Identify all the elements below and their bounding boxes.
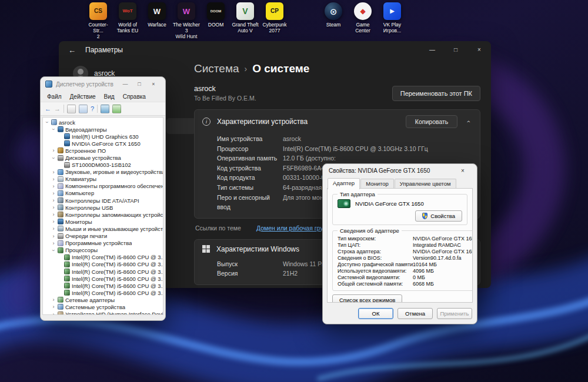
back-icon[interactable]: ← (68, 46, 76, 55)
back-icon[interactable]: ← (45, 106, 51, 112)
dm-minimize-button[interactable]: — (118, 78, 132, 90)
list-all-modes-button[interactable]: Список всех режимов (332, 294, 402, 303)
expand-icon[interactable]: › (51, 176, 56, 182)
steam-glyph: ⊙ (330, 7, 338, 16)
expand-icon[interactable]: › (51, 304, 56, 310)
desktop-icon-game-center[interactable]: ◆Game Center (348, 2, 377, 33)
adapter-info-row: Тип ЦАП:Integrated RAMDAC (338, 242, 473, 249)
copy-button[interactable]: Копировать (406, 115, 458, 128)
collapse-icon[interactable]: › (51, 127, 56, 132)
tree-item[interactable]: ›Видеоадаптеры (43, 126, 163, 133)
sidebar-selected-item-partial[interactable] (166, 118, 196, 134)
properties-icon[interactable] (79, 105, 88, 113)
witcher3-glyph: W (183, 8, 190, 15)
tree-item[interactable]: ›Мыши и иные указывающие устройства (43, 225, 163, 232)
ok-button[interactable]: ОК (358, 308, 393, 319)
tree-item-label: asrock (59, 119, 75, 126)
tree-item[interactable]: Intel(R) UHD Graphics 630 (43, 133, 163, 140)
console-tree-icon[interactable] (67, 105, 76, 113)
chevron-up-icon[interactable]: › (465, 120, 472, 123)
tree-item[interactable]: Intel(R) Core(TM) i5-8600 CPU @ 3.10GHz (43, 261, 163, 268)
menu-action[interactable]: Действие (66, 92, 100, 101)
tree-item[interactable]: ›Устройства HID (Human Interface Devices… (43, 311, 163, 315)
dm-close-button[interactable]: × (146, 78, 161, 90)
hid-icon (58, 311, 64, 315)
expand-icon[interactable]: › (51, 311, 56, 315)
expand-icon[interactable]: › (51, 205, 56, 210)
desktop-icon-world-of-tanks[interactable]: WoTWorld of Tanks EU (113, 2, 142, 33)
desktop-icon-witcher3[interactable]: WThe Witcher 3 Wild Hunt (172, 2, 201, 39)
device-manager-titlebar: Диспетчер устройств — □ × (41, 77, 165, 91)
expand-icon[interactable]: › (51, 148, 56, 153)
scan-hardware-icon[interactable] (101, 105, 109, 113)
update-driver-icon[interactable] (112, 105, 121, 113)
expand-icon[interactable]: › (51, 169, 56, 175)
cancel-button[interactable]: Отмена (397, 308, 433, 319)
tree-item[interactable]: Intel(R) Core(TM) i5-8600 CPU @ 3.10GHz (43, 275, 163, 282)
tree-item[interactable]: ›asrock (43, 119, 163, 126)
desktop-icon-vk-play[interactable]: ▶VK Play Игров... (377, 2, 407, 33)
collapse-icon[interactable]: › (51, 248, 56, 253)
tree-item[interactable]: ›Звуковые, игровые и видеоустройства (43, 169, 163, 176)
storage-icon (58, 212, 64, 217)
tree-item-label: Видеоадаптеры (65, 126, 107, 133)
tree-item[interactable]: ›Дисковые устройства (43, 154, 163, 161)
expand-icon[interactable]: › (51, 297, 56, 303)
tree-item[interactable]: Intel(R) Core(TM) i5-8600 CPU @ 3.10GHz (43, 268, 163, 275)
expand-icon[interactable]: › (51, 226, 56, 232)
expand-icon[interactable]: › (51, 212, 56, 217)
breadcrumb-system[interactable]: Система (194, 62, 239, 75)
desktop-icon-warface[interactable]: WWarface (142, 2, 172, 28)
apply-button[interactable]: Применить (437, 308, 472, 319)
tab-adapter[interactable]: Адаптер (328, 178, 360, 189)
tab-monitor[interactable]: Монитор (360, 179, 394, 189)
desktop-icon-label: Cyberpunk 2077 (262, 22, 286, 33)
tree-item[interactable]: ›Системные устройства (43, 303, 163, 310)
tree-item[interactable]: Intel(R) Core(TM) i5-8600 CPU @ 3.10GHz (43, 289, 163, 296)
tree-item[interactable]: ›Контроллеры запоминающих устройств (43, 211, 163, 218)
tree-item[interactable]: ›Очереди печати (43, 233, 163, 240)
menu-view[interactable]: Вид (100, 92, 119, 101)
desktop-icon-steam[interactable]: ⊙Steam (319, 2, 348, 28)
desktop-icon-cs2[interactable]: CSCounter-Str... 2 (83, 2, 113, 39)
tree-item[interactable]: ›Встроенное ПО (43, 147, 163, 154)
adapter-name: NVIDIA GeForce GTX 1650 (355, 200, 424, 207)
collapse-icon[interactable]: › (51, 156, 56, 160)
menu-help[interactable]: Справка (119, 92, 150, 101)
adapter-properties-button[interactable]: Свойства (415, 210, 462, 222)
dialog-close-button[interactable]: × (455, 165, 471, 176)
desktop-icon-gtav[interactable]: VGrand Theft Auto V (230, 2, 260, 33)
device-specs-header[interactable]: i Характеристики устройства Копировать › (195, 110, 480, 133)
expand-icon[interactable]: › (51, 240, 56, 246)
tree-item[interactable]: ›Контроллеры USB (43, 204, 163, 211)
tab-color-management[interactable]: Управление цветом (395, 179, 456, 189)
tree-item[interactable]: ST1000DM003-1SB102 (43, 162, 163, 169)
help-icon[interactable]: ? (91, 106, 94, 112)
tree-item[interactable]: ›Контроллеры IDE ATA/ATAPI (43, 197, 163, 204)
tree-item[interactable]: ›Компьютер (43, 190, 163, 197)
tree-item[interactable]: NVIDIA GeForce GTX 1650 (43, 140, 163, 147)
tree-item[interactable]: ›Компоненты программного обеспечения (43, 183, 163, 190)
tree-item[interactable]: ›Программные устройства (43, 240, 163, 247)
expand-icon[interactable]: › (51, 190, 56, 196)
menu-file[interactable]: Файл (43, 92, 66, 101)
expand-icon[interactable]: › (51, 183, 56, 189)
tree-item[interactable]: ›Процессоры (43, 247, 163, 254)
dm-maximize-button[interactable]: □ (132, 78, 146, 90)
collapse-icon[interactable]: › (44, 120, 50, 125)
rename-pc-button[interactable]: Переименовать этот ПК (392, 86, 480, 101)
tree-item[interactable]: Intel(R) Core(TM) i5-8600 CPU @ 3.10GHz (43, 282, 163, 289)
expand-icon[interactable]: › (51, 197, 56, 203)
expand-icon[interactable]: › (51, 219, 56, 224)
tree-item[interactable]: ›Сетевые адаптеры (43, 296, 163, 303)
settings-close-button[interactable]: × (467, 41, 491, 58)
desktop-icon-doom[interactable]: DOOMDOOM (201, 2, 230, 28)
tree-item[interactable]: Intel(R) Core(TM) i5-8600 CPU @ 3.10GHz (43, 254, 163, 261)
forward-icon[interactable]: → (54, 106, 61, 112)
settings-minimize-button[interactable]: — (420, 41, 444, 58)
desktop-icon-cyberpunk2077[interactable]: CPCyberpunk 2077 (260, 2, 289, 33)
tree-item[interactable]: ›Клавиатуры (43, 176, 163, 183)
tree-item[interactable]: ›Мониторы (43, 218, 163, 225)
expand-icon[interactable]: › (51, 233, 56, 239)
settings-maximize-button[interactable]: □ (444, 41, 467, 58)
